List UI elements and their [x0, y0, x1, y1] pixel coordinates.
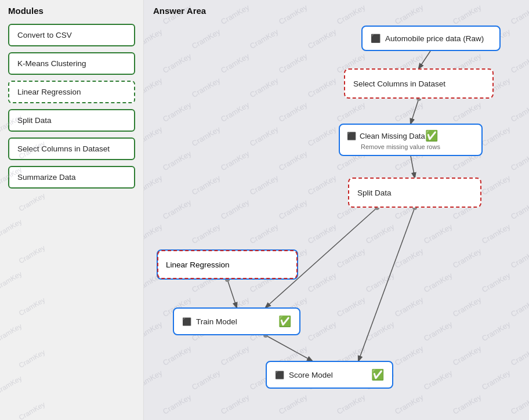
watermark-text: CramKey	[0, 270, 23, 291]
node-clean-missing[interactable]: ⬛ Clean Missing Data ✅ Remove missing va…	[339, 124, 483, 156]
module-item[interactable]: Split Data	[8, 109, 135, 132]
watermark-text: CramKey	[144, 125, 164, 148]
watermark-text: CramKey	[219, 198, 251, 221]
node-auto-price[interactable]: ⬛ Automobile price data (Raw)	[361, 26, 501, 51]
watermark-text: CramKey	[335, 295, 367, 318]
watermark-text: CramKey	[161, 344, 193, 367]
watermark-text: CramKey	[306, 222, 338, 245]
svg-line-1	[411, 99, 419, 124]
watermark-text: CramKey	[393, 100, 425, 124]
watermark-text: CramKey	[451, 295, 483, 318]
watermark-text: CramKey	[306, 271, 338, 294]
watermark-text: CramKey	[17, 400, 46, 420]
modules-title: Modules	[8, 6, 135, 16]
svg-line-2	[411, 156, 415, 178]
clean-sub: Remove missing value rows	[347, 143, 440, 150]
watermark-text: CramKey	[451, 100, 483, 124]
module-item[interactable]: Convert to CSV	[8, 24, 135, 46]
watermark-text: CramKey	[161, 52, 193, 75]
watermark-text: CramKey	[144, 27, 164, 50]
watermark-text: CramKey	[0, 374, 23, 396]
watermark-text: CramKey	[17, 244, 46, 265]
linear-reg-label: Linear Regression	[166, 260, 230, 269]
split-data-label: Split Data	[357, 189, 392, 197]
module-item[interactable]: K-Means Clustering	[8, 52, 135, 75]
module-item[interactable]: Linear Regression	[8, 81, 135, 103]
watermark-text: CramKey	[393, 295, 425, 318]
watermark-text: CramKey	[422, 368, 454, 392]
score-icon: ⬛	[275, 371, 284, 379]
select-cols-label: Select Columns in Dataset	[353, 79, 445, 88]
watermark-text: CramKey	[161, 198, 193, 221]
watermark-text: CramKey	[144, 320, 164, 343]
watermark-text: CramKey	[248, 222, 280, 245]
watermark-text: CramKey	[364, 320, 396, 343]
watermark-text: CramKey	[277, 198, 309, 221]
watermark-text: CramKey	[219, 393, 251, 416]
watermark-text: CramKey	[364, 222, 396, 245]
watermark-text: CramKey	[509, 100, 529, 124]
watermark-text: CramKey	[277, 149, 309, 172]
auto-price-label: Automobile price data (Raw)	[385, 34, 484, 43]
clean-check-icon: ✅	[425, 129, 438, 142]
watermark-text: CramKey	[144, 368, 164, 392]
train-label: Train Model	[196, 317, 237, 326]
modules-panel: Modules Convert to CSVK-Means Clustering…	[0, 0, 144, 420]
watermark-text: CramKey	[451, 393, 483, 416]
watermark-text: CramKey	[335, 393, 367, 416]
node-split-data[interactable]: Split Data	[348, 178, 481, 208]
watermark-text: CramKey	[393, 344, 425, 367]
watermark-text: CramKey	[364, 271, 396, 294]
module-item[interactable]: Summarize Data	[8, 166, 135, 189]
watermark-text: CramKey	[480, 125, 512, 148]
watermark-text: CramKey	[509, 198, 529, 221]
svg-line-0	[419, 51, 430, 68]
watermark-text: CramKey	[306, 27, 338, 50]
watermark-text: CramKey	[190, 368, 222, 392]
watermark-text: CramKey	[335, 100, 367, 124]
watermark-text: CramKey	[509, 247, 529, 270]
watermark-text: CramKey	[480, 173, 512, 197]
node-score-model[interactable]: ⬛ Score Model ✅	[266, 361, 393, 389]
node-linear-regression[interactable]: Linear Regression	[157, 249, 298, 280]
watermark-text: CramKey	[480, 222, 512, 245]
watermark-text: CramKey	[0, 218, 23, 239]
clean-label: Clean Missing Data	[360, 132, 425, 140]
watermark-text: CramKey	[17, 191, 46, 213]
watermark-text: CramKey	[306, 76, 338, 99]
watermark-text: CramKey	[144, 222, 164, 245]
watermark-text: CramKey	[306, 320, 338, 343]
clean-icon: ⬛	[347, 132, 356, 140]
svg-line-4	[358, 208, 415, 361]
node-train-model[interactable]: ⬛ Train Model ✅	[173, 307, 300, 335]
svg-line-6	[266, 335, 312, 361]
module-item[interactable]: Select Columns in Dataset	[8, 137, 135, 160]
watermark-text: CramKey	[190, 222, 222, 245]
watermark-text: CramKey	[17, 296, 46, 317]
watermark-text: CramKey	[0, 322, 23, 343]
score-label: Score Model	[289, 371, 333, 379]
score-check-icon: ✅	[371, 368, 384, 381]
watermark-text: CramKey	[248, 27, 280, 50]
watermark-text: CramKey	[219, 149, 251, 172]
watermark-text: CramKey	[451, 344, 483, 367]
watermark-text: CramKey	[161, 149, 193, 172]
watermark-text: CramKey	[144, 173, 164, 197]
watermark-text: CramKey	[161, 393, 193, 416]
watermark-text: CramKey	[277, 52, 309, 75]
watermark-text: CramKey	[306, 125, 338, 148]
watermark-text: CramKey	[219, 52, 251, 75]
watermark-text: CramKey	[335, 247, 367, 270]
watermark-text: CramKey	[480, 271, 512, 294]
node-select-cols[interactable]: Select Columns in Dataset	[344, 68, 494, 99]
watermark-text: CramKey	[219, 344, 251, 367]
watermark-container: CramKeyCramKeyCramKeyCramKeyCramKeyCramK…	[144, 0, 529, 420]
watermark-text: CramKey	[509, 295, 529, 318]
watermark-text: CramKey	[190, 125, 222, 148]
watermark-text: CramKey	[509, 52, 529, 75]
module-list: Convert to CSVK-Means ClusteringLinear R…	[8, 24, 135, 189]
watermark-text: CramKey	[17, 348, 46, 370]
watermark-text: CramKey	[190, 173, 222, 197]
watermark-text: CramKey	[451, 247, 483, 270]
watermark-text: CramKey	[190, 76, 222, 99]
